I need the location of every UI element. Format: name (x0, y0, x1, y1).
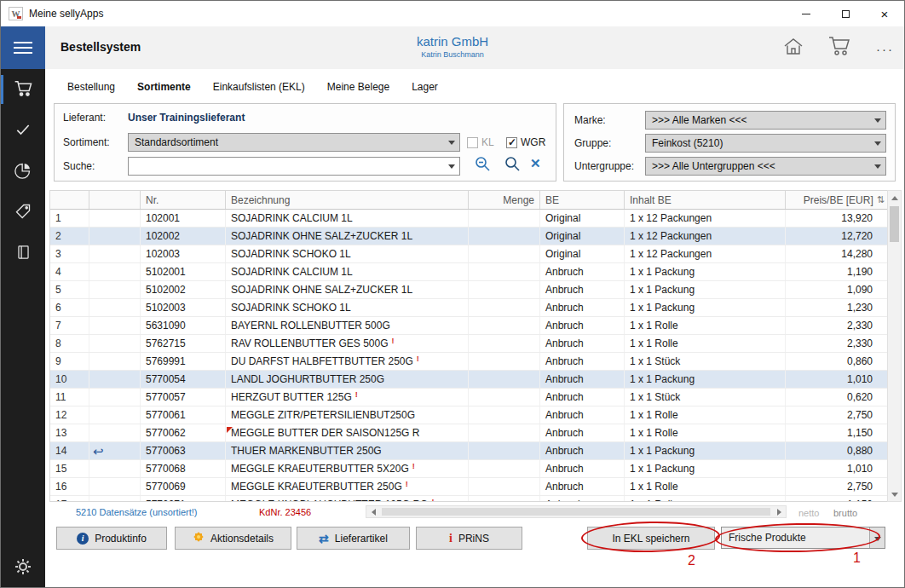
sortiment-label: Sortiment: (63, 136, 110, 148)
cart-icon (14, 79, 33, 101)
vertical-scrollbar[interactable] (887, 190, 902, 502)
column-icon[interactable] (89, 191, 141, 209)
clear-search-icon[interactable]: ✕ (530, 156, 541, 171)
cell-row-icon: ↩ (89, 442, 141, 459)
lieferartikel-button[interactable]: ⇄ Lieferartikel (297, 527, 410, 550)
in-ekl-speichern-button[interactable]: In EKL speichern (587, 527, 715, 550)
horizontal-scrollbar[interactable] (366, 505, 787, 518)
table-row[interactable]: 55102002SOJADRINK OHNE SALZ+ZUCKER 1LAnb… (50, 281, 887, 299)
tab-bestellung[interactable]: Bestellung (67, 81, 115, 93)
home-icon[interactable] (783, 37, 804, 60)
table-row[interactable]: 175770071MEGGLE KNOBLAUCHBUTTER 125G RO!… (50, 496, 887, 502)
arrow-down-icon (891, 493, 898, 497)
scroll-down-button[interactable] (888, 487, 901, 501)
cell-row-number: 16 (50, 478, 89, 495)
hamburger-menu-button[interactable] (1, 26, 45, 69)
sidebar-item-bestellsystem[interactable] (1, 69, 45, 110)
kl-checkbox[interactable]: KL (467, 136, 494, 148)
table-row[interactable]: 125770061MEGGLE ZITR/PETERSILIENBUT250GA… (50, 406, 887, 424)
tab-sortimente[interactable]: Sortimente (137, 81, 191, 93)
column-menge[interactable]: Menge (469, 191, 540, 209)
sidebar-item-statistics[interactable] (1, 151, 45, 192)
cell-preis: 2,330 (786, 317, 887, 334)
cell-bezeichnung: SOJADRINK SCHOKO 1L (226, 299, 469, 316)
frische-produkte-dropdown[interactable]: Frische Produkte (721, 527, 885, 549)
table-row[interactable]: 95769991DU DARFST HALBFETTBUTTER 250G!An… (50, 353, 887, 371)
table-row[interactable]: 45102001SOJADRINK CALCIUM 1LAnbruch1 x 1… (50, 263, 887, 281)
tab-lager[interactable]: Lager (412, 81, 438, 93)
maximize-button[interactable] (826, 1, 865, 26)
table-row[interactable]: 105770054LANDL JOGHURTBUTTER 250GAnbruch… (50, 371, 887, 389)
column-preis[interactable]: Preis/BE [EUR] ⇅ (786, 191, 887, 209)
search-icon[interactable] (504, 155, 522, 176)
tab-meine-belege[interactable]: Meine Belege (327, 81, 389, 93)
titlebar[interactable]: W Meine sellyApps × (1, 1, 904, 26)
brutto-toggle[interactable]: brutto (833, 508, 857, 518)
produktinfo-button[interactable]: i Produktinfo (56, 527, 167, 550)
table-row[interactable]: 14↩5770063THUER MARKENBUTTER 250GAnbruch… (50, 442, 887, 460)
scroll-right-button[interactable] (772, 506, 786, 517)
info-flag-icon: ! (392, 337, 395, 345)
aktionsdetails-button[interactable]: Aktionsdetails (175, 527, 291, 550)
table-row[interactable]: 75631090BAYERNL ROLLENBUTTER 500GAnbruch… (50, 317, 887, 335)
arrow-up-icon (891, 196, 898, 200)
column-rownumber[interactable] (50, 191, 89, 209)
more-options-button[interactable]: ··· (876, 42, 894, 56)
sidebar-item-check[interactable] (1, 110, 45, 151)
cell-nr: 5102003 (141, 299, 226, 316)
prins-button[interactable]: i PRiNS (416, 527, 522, 550)
search-input[interactable] (128, 157, 460, 176)
horizontal-scrollbar-thumb[interactable] (382, 508, 770, 516)
untergruppe-dropdown[interactable]: >>> Alle Untergruppen <<< (645, 157, 886, 176)
settings-button[interactable] (1, 553, 45, 582)
book-icon (15, 244, 32, 263)
sidebar-item-catalog[interactable] (1, 233, 45, 274)
column-bezeichnung[interactable]: Bezeichnung (226, 191, 469, 209)
table-row[interactable]: 3102003SOJADRINK SCHOKO 1LOriginal1 x 12… (50, 245, 887, 263)
table-row[interactable]: 135770062MEGGLE BUTTER DER SAISON125G RA… (50, 424, 887, 442)
chevron-down-icon (874, 141, 881, 146)
table-row[interactable]: 155770068MEGGLE KRAEUTERBUTTER 5X20G!Anb… (50, 460, 887, 478)
cell-nr: 5769991 (141, 353, 226, 370)
chevron-down-icon[interactable] (869, 527, 885, 548)
cell-bezeichnung: SOJADRINK SCHOKO 1L (226, 245, 469, 262)
info-flag-icon: ! (355, 390, 358, 399)
brand-filter-panel: Marke: >>> Alle Marken <<< Gruppe: Feink… (563, 103, 896, 182)
vertical-scrollbar-thumb[interactable] (890, 206, 899, 242)
table-row[interactable]: 115770057HERZGUT BUTTER 125G!Anbruch1 x … (50, 389, 887, 406)
column-nr[interactable]: Nr. (141, 191, 226, 209)
cell-row-number: 1 (50, 210, 89, 227)
marke-dropdown[interactable]: >>> Alle Marken <<< (645, 111, 886, 130)
minimize-button[interactable] (787, 1, 826, 26)
chevron-down-icon (874, 164, 881, 169)
scroll-up-button[interactable] (888, 191, 901, 205)
sortiment-dropdown[interactable]: Standardsortiment (128, 133, 460, 152)
wgr-checkbox[interactable]: WGR (506, 136, 545, 148)
tab-einkaufslisten[interactable]: Einkaufslisten (EKL) (213, 81, 305, 93)
table-row[interactable]: 2102002SOJADRINK OHNE SALZ+ZUCKER 1LOrig… (50, 228, 887, 245)
cell-row-number: 14 (50, 442, 89, 459)
column-be[interactable]: BE (540, 191, 625, 209)
cell-nr: 5770063 (141, 442, 226, 459)
cell-row-number: 7 (50, 317, 89, 334)
table-row[interactable]: 65102003SOJADRINK SCHOKO 1LAnbruch1 x 1 … (50, 299, 887, 317)
cell-bezeichnung: BAYERNL ROLLENBUTTER 500G (226, 317, 469, 334)
sort-icon[interactable]: ⇅ (877, 194, 885, 205)
cell-inhalt: 1 x 12 Packungen (625, 245, 786, 262)
cell-inhalt: 1 x 1 Stück (625, 389, 786, 406)
close-button[interactable]: × (865, 1, 904, 26)
cell-be: Anbruch (540, 263, 625, 280)
column-inhalt[interactable]: Inhalt BE (625, 191, 786, 209)
gruppe-dropdown[interactable]: Feinkost (5210) (645, 134, 886, 153)
table-row[interactable]: 165770069MEGGLE KRAEUTERBUTTER 250G!Anbr… (50, 478, 887, 496)
advanced-search-icon[interactable] (474, 155, 492, 176)
cell-inhalt: 1 x 1 Packung (625, 281, 786, 298)
netto-toggle[interactable]: netto (798, 508, 819, 518)
scroll-left-button[interactable] (366, 506, 380, 517)
table-row[interactable]: 1102001SOJADRINK CALCIUM 1LOriginal1 x 1… (50, 210, 887, 228)
cart-icon[interactable] (827, 35, 851, 60)
arrow-left-icon (372, 509, 376, 516)
table-row[interactable]: 85762715RAV ROLLENBUTTER GES 500G!Anbruc… (50, 335, 887, 353)
cell-row-number: 11 (50, 389, 89, 406)
sidebar-item-prices[interactable] (1, 192, 45, 233)
